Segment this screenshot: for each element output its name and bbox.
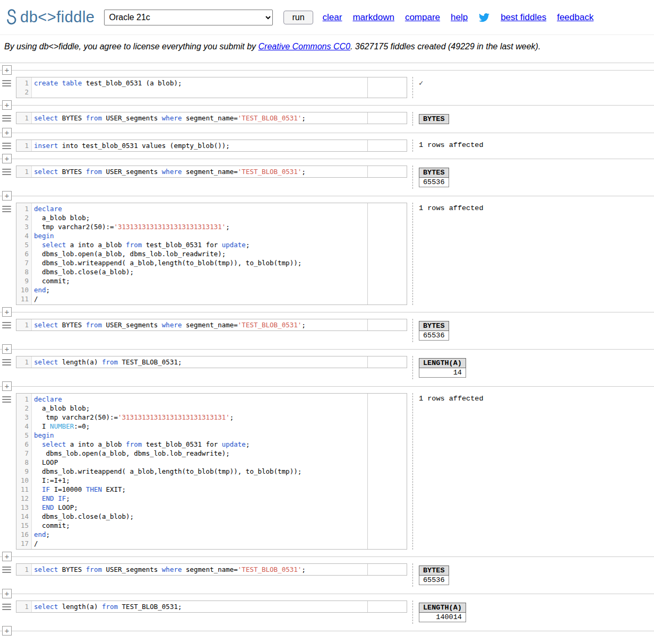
drag-handle-icon[interactable] <box>2 168 11 175</box>
result-column-header: BYTES <box>419 168 449 178</box>
fiddle-block: 1select length(a) from TEST_BLOB_0531;LE… <box>0 356 654 379</box>
code-line: dbms_lob.open(a_blob, dbms_lob.lob_readw… <box>34 249 367 258</box>
drag-handle-icon[interactable] <box>2 603 11 610</box>
code-line: select a into a_blob from test_blob_0531… <box>34 440 367 449</box>
add-block-button[interactable]: + <box>2 344 12 354</box>
line-number: 1 <box>16 358 29 367</box>
drag-handle-icon[interactable] <box>2 79 11 86</box>
code-line: LOOP <box>34 458 367 467</box>
code-line: declare <box>34 204 367 213</box>
nav-link-clear[interactable]: clear <box>323 12 342 23</box>
line-number: 10 <box>16 285 29 294</box>
code-line: dbms_lob.writeappend( a_blob,length(to_b… <box>34 258 367 267</box>
line-number: 4 <box>16 422 29 431</box>
notice-text-prefix: By using db<>fiddle, you agree to licens… <box>4 42 259 51</box>
nav-link-feedback[interactable]: feedback <box>557 12 593 23</box>
line-numbers: 1 <box>16 319 32 330</box>
dbfiddle-logo[interactable]: db<>fiddle <box>5 8 94 26</box>
drag-handle-icon[interactable] <box>2 114 11 121</box>
code-line: select length(a) from TEST_BLOB_0531; <box>34 602 367 611</box>
fiddle-block: 12create table test_blob_0531 (a blob); … <box>0 77 654 98</box>
result-row: 140014 <box>419 613 466 622</box>
add-block-button[interactable]: + <box>2 626 12 636</box>
line-number: 1 <box>16 602 29 611</box>
line-number: 9 <box>16 467 29 476</box>
code-line: END LOOP; <box>34 503 367 512</box>
drag-handle-icon[interactable] <box>2 395 11 403</box>
drag-handle-icon[interactable] <box>2 358 11 365</box>
add-block-button[interactable]: + <box>2 100 12 110</box>
code-line: begin <box>34 231 367 240</box>
result-cell: 140014 <box>419 613 466 622</box>
add-block-button[interactable]: + <box>2 307 12 317</box>
block-separator: + <box>0 98 654 112</box>
code-line: a_blob blob; <box>34 213 367 222</box>
add-block-button[interactable]: + <box>2 154 12 163</box>
result-panel: 1 rows affected <box>413 140 484 151</box>
code-line: begin <box>34 431 367 440</box>
line-number: 5 <box>16 431 29 440</box>
line-number: 4 <box>16 231 29 240</box>
code-editor[interactable]: 12create table test_blob_0531 (a blob); <box>16 77 407 98</box>
line-number: 1 <box>16 204 29 213</box>
add-block-button[interactable]: + <box>2 191 12 201</box>
result-panel: BYTES65536 <box>413 563 449 587</box>
twitter-icon[interactable] <box>478 12 490 23</box>
block-separator: + <box>0 126 654 140</box>
result-row: 65536 <box>419 331 449 341</box>
database-select[interactable]: Oracle 21c <box>104 10 273 25</box>
line-numbers: 1 <box>16 601 32 612</box>
code-editor[interactable]: 1234567891011121314151617declare a_blob … <box>16 393 407 550</box>
line-number: 7 <box>16 449 29 458</box>
code-editor[interactable]: 1select BYTES from USER_segments where s… <box>16 563 407 576</box>
code-line: commit; <box>34 521 367 530</box>
cc0-link[interactable]: Creative Commons CC0 <box>259 42 350 51</box>
line-number: 1 <box>16 395 29 404</box>
code-line: tmp varchar2(50):='313131313131313131313… <box>34 413 367 422</box>
editor-scrollbar-area <box>367 564 407 575</box>
result-table: BYTES <box>419 114 449 124</box>
add-block-button[interactable]: + <box>2 128 12 137</box>
add-block-button[interactable]: + <box>2 589 12 598</box>
nav-link-help[interactable]: help <box>451 12 468 23</box>
result-panel: 1 rows affected <box>413 393 484 404</box>
logo-text: db<>fiddle <box>20 8 94 26</box>
fiddle-block: 1234567891011121314151617declare a_blob … <box>0 393 654 550</box>
editor-scrollbar-area <box>367 140 407 151</box>
code-editor[interactable]: 1234567891011declare a_blob blob; tmp va… <box>16 203 407 305</box>
nav-link-markdown[interactable]: markdown <box>352 12 394 23</box>
drag-handle-icon[interactable] <box>2 205 11 212</box>
nav-link-best-fiddles[interactable]: best fiddles <box>501 12 546 23</box>
run-button[interactable]: run <box>283 11 313 24</box>
code-editor[interactable]: 1select BYTES from USER_segments where s… <box>16 319 407 331</box>
drag-handle-icon[interactable] <box>2 321 11 328</box>
editor-scrollbar-area <box>367 77 407 98</box>
fiddle-block: 1234567891011declare a_blob blob; tmp va… <box>0 203 654 305</box>
code-editor[interactable]: 1select length(a) from TEST_BLOB_0531; <box>16 356 407 368</box>
nav-link-compare[interactable]: compare <box>405 12 440 23</box>
drag-handle-icon[interactable] <box>2 142 11 149</box>
code-editor[interactable]: 1select length(a) from TEST_BLOB_0531; <box>16 601 407 613</box>
code-line: tmp varchar2(50):='313131313131313131313… <box>34 222 367 231</box>
result-table: BYTES65536 <box>419 565 449 585</box>
code-line <box>34 88 367 97</box>
add-block-button[interactable]: + <box>2 552 12 561</box>
line-number: 1 <box>16 79 29 88</box>
editor-scrollbar-area <box>367 356 407 368</box>
code-editor[interactable]: 1select BYTES from USER_segments where s… <box>16 166 407 178</box>
code-editor[interactable]: 1insert into test_blob_0531 values (empt… <box>16 140 407 152</box>
code-line: declare <box>34 395 367 404</box>
code-line: dbms_lob.writeappend( a_blob,length(to_b… <box>34 467 367 476</box>
line-number: 8 <box>16 267 29 276</box>
rows-affected-text: 1 rows affected <box>419 204 484 212</box>
result-panel: BYTES <box>413 112 449 126</box>
drag-handle-icon[interactable] <box>2 565 11 573</box>
result-table: BYTES65536 <box>419 168 449 187</box>
line-numbers: 1 <box>16 356 32 368</box>
fiddle-block: 1select BYTES from USER_segments where s… <box>0 563 654 587</box>
add-block-button[interactable]: + <box>2 381 12 391</box>
code-editor[interactable]: 1select BYTES from USER_segments where s… <box>16 112 407 124</box>
rows-affected-text: 1 rows affected <box>419 395 484 403</box>
add-block-button[interactable]: + <box>2 65 12 75</box>
block-separator: + <box>0 587 654 601</box>
